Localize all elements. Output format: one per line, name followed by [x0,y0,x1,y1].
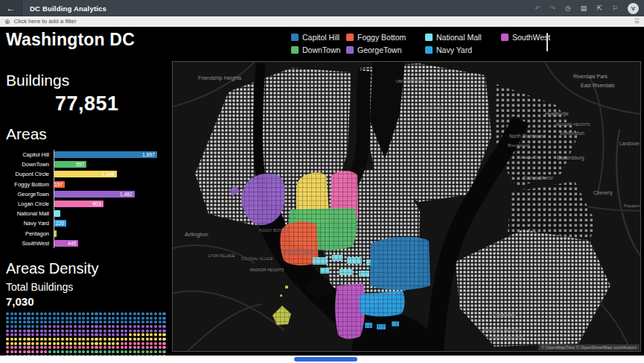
bar-row[interactable]: Dupont Circle1,148 [54,169,172,179]
bar-row[interactable]: GeorgeTown1,482 [54,189,172,199]
map[interactable]: Friendship HeightsUM GARDENSGAN PARKRive… [172,61,641,352]
density-dot [95,321,98,323]
density-dot [103,346,106,349]
density-dot [48,312,51,315]
notes-icon[interactable]: ▤ [581,0,587,16]
bar-track: 1,482 [54,191,172,198]
bar[interactable]: 1,897 [54,151,157,158]
bar-row[interactable]: SouthWest445 [54,239,172,248]
density-dot [19,346,22,349]
bar-row[interactable]: Navy Yard220 [54,218,172,228]
density-dot [61,321,64,323]
redo-icon[interactable]: ↷ [549,0,555,16]
density-dot [74,333,77,336]
bar[interactable]: 903 [54,201,103,207]
bar[interactable]: 597 [54,161,86,168]
bar-track [54,210,172,217]
areas-bar-chart[interactable]: Capitol Hill1,897DownTown597Dupont Circl… [6,150,172,248]
density-dot [159,342,162,345]
density-dot [74,329,77,332]
density-dot [57,325,60,328]
bar[interactable]: 445 [54,240,78,247]
density-dot [99,329,102,332]
density-dot [57,350,60,353]
density-dot [31,325,34,328]
back-button[interactable]: ← [0,0,22,16]
density-dot [112,312,115,315]
density-dot [40,342,43,345]
map-place-label: North Brentwood [509,133,546,139]
legend-item[interactable]: National Mall [425,33,501,42]
density-dot [74,312,77,315]
density-dot [91,325,94,328]
density-dot [36,317,39,320]
density-dot [66,329,68,332]
density-dot [121,329,124,332]
density-dot [40,329,43,332]
bar[interactable]: 1,482 [54,191,135,198]
bar-row[interactable]: National Mall [54,209,172,218]
density-dot [86,317,89,320]
legend-item[interactable]: Navy Yard [425,45,501,54]
avatar[interactable]: V [628,3,639,14]
funnel-icon[interactable]: ☰ [634,18,640,25]
density-dot [10,342,13,345]
map-region-texture [370,237,430,290]
bookmark-icon[interactable]: ⚐ [612,0,618,16]
density-dot [61,312,64,315]
density-dot [99,346,102,349]
density-dot [31,317,34,320]
density-dot [112,317,115,320]
density-dot [137,350,140,353]
bar-track: 597 [54,161,172,168]
density-dot [86,333,89,336]
taskbar-indicator[interactable] [294,357,357,362]
legend-item[interactable]: Capitol Hill [291,33,346,42]
export-icon[interactable]: ⇱ [596,0,602,16]
map-place-label: Colmar Manor [523,175,554,180]
filter-bar[interactable]: ⊕ Click here to add a filter ☰ [0,16,644,27]
map-place-label: Arlington [185,231,208,238]
bar-row[interactable]: DownTown597 [54,160,172,169]
density-dot [10,325,13,328]
history-icon[interactable]: ◷ [565,0,571,16]
bar-row[interactable]: Foggy Bottom197 [54,180,172,189]
bar[interactable]: 1,148 [54,171,117,177]
bar-row[interactable]: Capitol Hill1,897 [54,150,172,160]
undo-icon[interactable]: ↶ [535,0,541,16]
density-dot [53,329,56,332]
legend-item[interactable]: Foggy Bottom [346,33,425,42]
bar[interactable] [54,210,60,217]
density-dot [133,350,136,353]
bar-row[interactable]: Logan Circle903 [54,199,172,209]
density-dot [23,329,26,332]
map-place-label: Cottage City [517,155,541,160]
density-dot [36,321,39,323]
density-dot [23,346,26,349]
density-dot [146,342,149,345]
density-dot [14,346,17,349]
density-dot [95,333,98,336]
density-dot [69,312,72,315]
legend-item[interactable]: DownTown [291,45,346,54]
density-dot [103,317,106,320]
legend-scrollbar[interactable] [546,33,548,51]
density-dot [78,333,81,336]
bar-row[interactable]: Pentagon [54,229,172,239]
density-dot [141,350,144,353]
bar[interactable]: 197 [54,181,65,188]
density-dot [61,338,64,341]
density-dot [95,338,98,341]
density-dot [66,338,68,341]
density-dot [36,338,39,341]
bar-track: 1,897 [54,151,172,158]
bar[interactable]: 220 [54,220,66,227]
density-dot [108,312,111,315]
density-dot [137,325,140,328]
density-dot [150,329,153,332]
legend-item[interactable]: GeorgeTown [346,45,425,54]
legend-item[interactable]: SouthWest [501,33,567,42]
bar[interactable] [54,230,57,237]
density-dot [31,329,34,332]
density-dot [108,350,111,353]
